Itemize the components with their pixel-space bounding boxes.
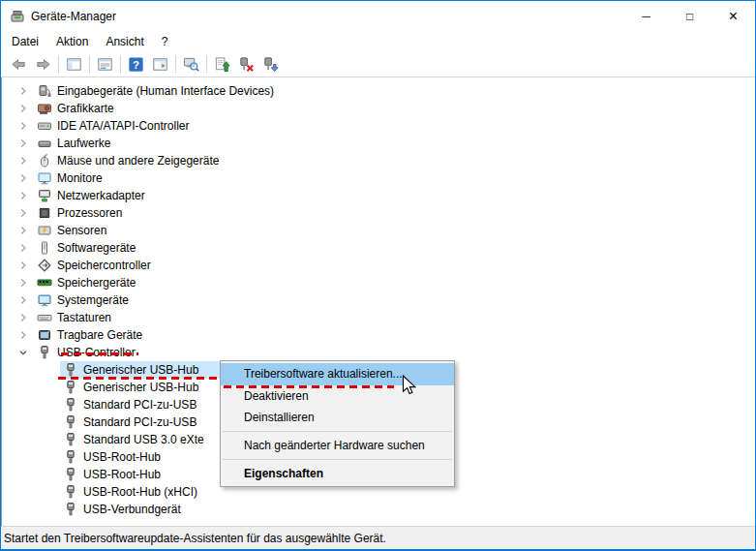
- menu-help[interactable]: ?: [153, 31, 177, 51]
- menu-bar: Datei Aktion Ansicht ?: [1, 31, 755, 51]
- tree-item[interactable]: Mäuse und andere Zeigegeräte: [2, 152, 755, 169]
- tree-item-content[interactable]: IDE ATA/ATAPI-Controller: [34, 117, 192, 135]
- tree-item-content[interactable]: USB-Root-Hub: [60, 448, 164, 466]
- usb-device-icon: [63, 502, 78, 517]
- menu-datei[interactable]: Datei: [3, 31, 47, 51]
- sensor-device-icon: [37, 223, 52, 238]
- usb-device-icon: [63, 484, 78, 500]
- chevron-right-icon[interactable]: [15, 83, 31, 99]
- menu-ansicht[interactable]: Ansicht: [97, 31, 152, 51]
- tree-item[interactable]: Netzwerkadapter: [2, 187, 755, 204]
- tree-item[interactable]: Softwaregeräte: [2, 239, 755, 257]
- chevron-right-icon[interactable]: [15, 275, 31, 291]
- tree-item[interactable]: Speichergeräte: [2, 274, 755, 291]
- toolbar-back-button[interactable]: [7, 52, 31, 76]
- chevron-right-icon[interactable]: [15, 327, 31, 343]
- forward-icon: [34, 55, 52, 74]
- cpu-device-icon: [37, 205, 52, 221]
- tree-item-label: Generischer USB-Hub: [83, 381, 198, 394]
- usb-device-icon: [63, 449, 78, 465]
- chevron-right-icon[interactable]: [15, 205, 31, 221]
- chevron-down-icon[interactable]: [15, 345, 31, 360]
- update-driver-icon: [213, 55, 231, 74]
- tree-item-content[interactable]: Prozessoren: [34, 204, 125, 222]
- tree-item[interactable]: IDE ATA/ATAPI-Controller: [2, 117, 755, 135]
- tree-item-content[interactable]: Eingabegeräte (Human Interface Devices): [34, 82, 277, 100]
- toolbar-action-pane-button[interactable]: [148, 52, 172, 76]
- uninstall-device-icon: [261, 55, 280, 74]
- tree-item-label: Monitore: [57, 171, 103, 185]
- chevron-right-icon[interactable]: [15, 292, 31, 308]
- toolbar-update-driver-button[interactable]: [210, 52, 234, 76]
- toolbar-disable-device-button[interactable]: [234, 52, 258, 76]
- context-menu-item-uninstall[interactable]: Deinstallieren: [221, 407, 454, 428]
- tree-item[interactable]: Prozessoren: [2, 204, 755, 222]
- chevron-right-icon[interactable]: [15, 153, 31, 168]
- usb-device-icon: [63, 432, 78, 447]
- tree-item-content[interactable]: Standard PCI-zu-USB: [60, 396, 199, 413]
- tree-item[interactable]: Sensoren: [2, 222, 755, 239]
- chevron-right-icon[interactable]: [15, 170, 31, 186]
- tree-item-content[interactable]: Sensoren: [34, 222, 109, 239]
- device-manager-app-icon: [10, 9, 25, 24]
- hid-device-icon: [37, 83, 52, 99]
- tree-item[interactable]: Tragbare Geräte: [2, 326, 755, 344]
- tree-item-content[interactable]: Generischer USB-Hub: [60, 379, 201, 396]
- tree-item[interactable]: Monitore: [2, 169, 755, 187]
- tree-item[interactable]: Speichercontroller: [2, 257, 755, 274]
- context-menu-item-properties[interactable]: Eigenschaften: [221, 463, 454, 484]
- maximize-button[interactable]: □: [668, 1, 711, 31]
- chevron-right-icon[interactable]: [15, 240, 31, 256]
- tree-item-label: Prozessoren: [57, 206, 122, 220]
- disable-device-icon: [237, 55, 256, 74]
- tree-item[interactable]: USB-Verbundgerät: [2, 501, 755, 518]
- tree-item-label: Sensoren: [57, 224, 106, 237]
- menu-aktion[interactable]: Aktion: [47, 31, 97, 51]
- toolbar-scan-hardware-button[interactable]: [179, 52, 203, 76]
- disk-device-icon: [37, 136, 52, 151]
- tree-item[interactable]: Systemgeräte: [2, 291, 755, 309]
- tree-item-content[interactable]: Standard USB 3.0 eXte: [60, 431, 207, 448]
- tree-item-label: Grafikkarte: [57, 102, 114, 115]
- toolbar-help-button[interactable]: [124, 52, 148, 76]
- toolbar-forward-button[interactable]: [31, 52, 55, 76]
- tree-item-content[interactable]: Softwaregeräte: [34, 239, 138, 257]
- tree-item[interactable]: Grafikkarte: [2, 100, 755, 117]
- tree-item-content[interactable]: Speichergeräte: [34, 274, 138, 291]
- tree-item-label: USB-Root-Hub: [83, 450, 161, 464]
- minimize-button[interactable]: ─: [624, 1, 668, 31]
- chevron-right-icon[interactable]: [15, 118, 31, 134]
- chevron-right-icon[interactable]: [15, 310, 31, 325]
- tree-item[interactable]: Tastaturen: [2, 309, 755, 326]
- tree-item-content[interactable]: USB-Root-Hub: [60, 466, 164, 483]
- tree-item-content[interactable]: Standard PCI-zu-USB: [60, 413, 199, 431]
- usb-device-icon: [63, 362, 78, 378]
- tree-item-content[interactable]: Grafikkarte: [34, 100, 117, 117]
- tree-item-content[interactable]: Netzwerkadapter: [34, 187, 148, 204]
- tree-item-content[interactable]: Systemgeräte: [34, 291, 132, 309]
- toolbar-uninstall-device-button[interactable]: [258, 52, 283, 76]
- tree-item-content[interactable]: Laufwerke: [34, 135, 113, 152]
- scan-hardware-icon: [182, 55, 200, 74]
- toolbar-properties-button[interactable]: [93, 52, 117, 76]
- chevron-right-icon[interactable]: [15, 101, 31, 116]
- tree-item-label: Generischer USB-Hub: [83, 363, 198, 377]
- chevron-right-icon[interactable]: [15, 136, 31, 151]
- toolbar-console-tree-button[interactable]: [62, 52, 86, 76]
- chevron-right-icon[interactable]: [15, 223, 31, 238]
- tree-item-content[interactable]: Tragbare Geräte: [34, 326, 145, 344]
- tree-item[interactable]: Eingabegeräte (Human Interface Devices): [2, 82, 755, 100]
- context-menu-item-scan-for-hardware-changes[interactable]: Nach geänderter Hardware suchen: [221, 435, 454, 456]
- close-button[interactable]: ×: [711, 1, 755, 31]
- ide-device-icon: [37, 118, 52, 134]
- chevron-right-icon[interactable]: [15, 258, 31, 273]
- tree-item-content[interactable]: Tastaturen: [34, 309, 114, 326]
- tree-item-content[interactable]: USB-Root-Hub (xHCI): [60, 483, 200, 501]
- tree-item-content[interactable]: Mäuse und andere Zeigegeräte: [34, 152, 222, 169]
- chevron-right-icon[interactable]: [15, 188, 31, 203]
- tree-item[interactable]: Laufwerke: [2, 135, 755, 152]
- tree-item-content[interactable]: Monitore: [34, 169, 106, 187]
- tree-item-content[interactable]: USB-Verbundgerät: [60, 501, 184, 518]
- network-device-icon: [37, 188, 52, 203]
- tree-item-content[interactable]: Speichercontroller: [34, 257, 154, 274]
